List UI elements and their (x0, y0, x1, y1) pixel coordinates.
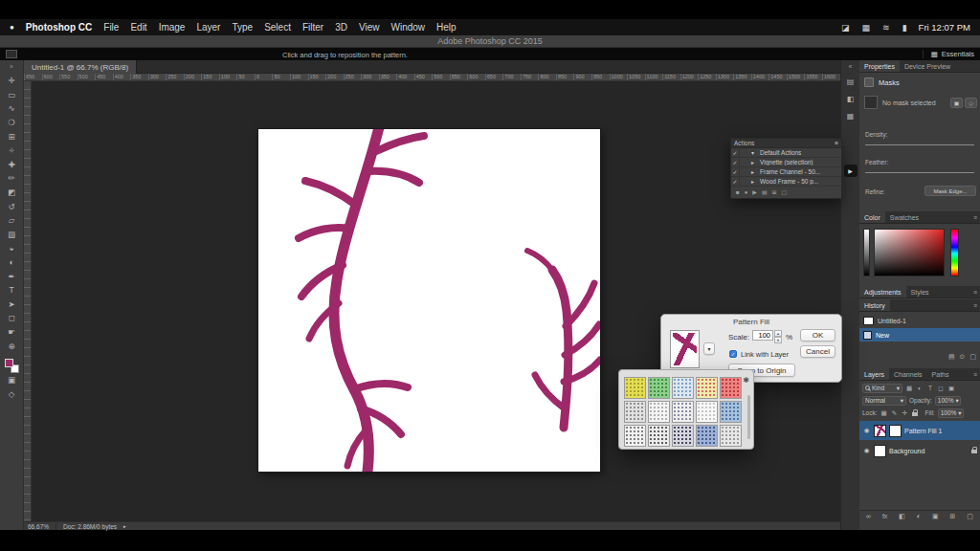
density-slider[interactable] (865, 144, 974, 145)
pattern-swatch-10[interactable] (720, 401, 742, 423)
menu-image[interactable]: Image (159, 22, 186, 33)
menu-filter[interactable]: Filter (302, 22, 323, 33)
menubar-clock[interactable]: Fri 12:07 PM (919, 22, 970, 33)
dock-panel-icon-2[interactable]: ◧ (845, 94, 857, 104)
adjustments-panel-menu-icon[interactable]: ≡ (973, 289, 977, 296)
layers-panel-menu-icon[interactable]: ≡ (973, 371, 977, 378)
tab-adjustments[interactable]: Adjustments (859, 286, 906, 298)
opacity-select[interactable]: 100% ▾ (935, 396, 961, 406)
quick-selection-tool[interactable]: ❍ (0, 116, 24, 130)
new-layer-icon[interactable]: ⊞ (950, 513, 956, 520)
gear-icon[interactable]: ✱ (743, 376, 749, 385)
pattern-swatch-15[interactable] (720, 425, 742, 447)
expand-triangle-icon[interactable]: ▾ (748, 148, 757, 158)
menu-view[interactable]: View (359, 22, 380, 33)
mask-edge-button[interactable]: Mask Edge... (924, 186, 976, 196)
tab-layers[interactable]: Layers (859, 368, 889, 380)
layer-visibility-icon[interactable]: ◉ (862, 447, 871, 454)
dock-expand-chevron-icon[interactable]: « (849, 63, 853, 70)
action-wood-frame[interactable]: ✓ ▸ Wood Frame - 50 p... (731, 177, 841, 187)
add-vector-mask-button[interactable]: ◇ (965, 98, 977, 108)
lock-move-icon[interactable]: ✛ (902, 409, 909, 417)
clone-stamp-tool[interactable]: ◩ (0, 186, 24, 200)
pattern-swatch-1[interactable] (624, 377, 646, 399)
pattern-swatch-9[interactable] (696, 401, 718, 423)
tab-device-preview[interactable]: Device Preview (900, 60, 955, 72)
new-adjustment-layer-icon[interactable]: ◐ (917, 513, 921, 519)
stop-action-icon[interactable]: ■ (736, 189, 740, 195)
rectangle-shape-tool[interactable]: ◻ (0, 311, 24, 325)
dodge-tool[interactable]: ◐ (0, 255, 24, 270)
zoom-tool[interactable]: ⊕ (0, 339, 24, 353)
lock-all-icon[interactable] (912, 412, 918, 416)
history-panel-menu-icon[interactable]: ≡ (973, 302, 977, 309)
tab-swatches[interactable]: Swatches (885, 211, 924, 223)
menu-app-name[interactable]: Photoshop CC (26, 22, 92, 33)
rectangular-marquee-tool[interactable]: ▭ (0, 88, 24, 102)
action-enabled-check-icon[interactable]: ✓ (731, 148, 740, 158)
pattern-preview-well[interactable] (670, 330, 700, 368)
blur-tool[interactable]: ◒ (0, 241, 24, 255)
stepper-down-icon[interactable]: ▾ (774, 337, 782, 343)
scale-stepper[interactable]: ▴ ▾ (774, 330, 782, 341)
pattern-swatch-7[interactable] (648, 401, 670, 423)
pattern-swatch-6[interactable] (624, 401, 646, 423)
pattern-fill-thumbnail[interactable] (874, 425, 886, 437)
expand-triangle-icon[interactable]: ▸ (748, 158, 757, 167)
new-document-from-state-icon[interactable]: ▤ (948, 353, 955, 361)
color-saturation-square[interactable] (874, 229, 945, 276)
menu-help[interactable]: Help (436, 22, 457, 33)
toolbar-collapse-chevron-icon[interactable]: » (10, 60, 13, 73)
background-thumbnail[interactable] (874, 445, 886, 457)
vertical-ruler[interactable] (24, 81, 32, 521)
menu-type[interactable]: Type (232, 22, 253, 33)
add-pixel-mask-button[interactable]: ▣ (950, 98, 963, 108)
delete-action-icon[interactable]: ▢ (782, 188, 788, 195)
pattern-swatch-11[interactable] (624, 425, 646, 447)
eyedropper-tool[interactable]: ✧ (0, 143, 24, 158)
hue-slider[interactable] (950, 229, 959, 276)
menubar-status-icon-3[interactable]: ≋ (882, 23, 890, 33)
pattern-picker-open-button[interactable]: ▾ (703, 342, 715, 355)
new-group-icon[interactable]: ▣ (932, 513, 939, 520)
quick-mask-button[interactable]: ▣ (0, 373, 24, 387)
lock-transparency-icon[interactable]: ▦ (880, 409, 888, 417)
tab-properties[interactable]: Properties (859, 60, 900, 72)
path-selection-tool[interactable]: ➤ (0, 298, 24, 312)
stepper-up-icon[interactable]: ▴ (774, 330, 782, 337)
link-with-layer-checkbox[interactable]: ✓ (729, 350, 737, 358)
action-set-default-actions[interactable]: ✓ ▾ Default Actions (731, 148, 841, 158)
scale-input[interactable] (752, 330, 773, 341)
document-tab[interactable]: Untitled-1 @ 66.7% (RGB/8) (24, 60, 137, 74)
hand-tool[interactable]: ☛ (0, 325, 24, 340)
zoom-level-field[interactable]: 66.67% (28, 523, 49, 530)
delete-state-icon[interactable]: ▢ (969, 353, 976, 361)
layer-effects-icon[interactable]: fx (882, 513, 887, 519)
pattern-swatch-14[interactable] (696, 425, 718, 447)
filter-kind-select[interactable]: Kind ▾ (862, 384, 902, 393)
layer-row-pattern-fill[interactable]: ◉ Pattern Fill 1 (859, 421, 980, 440)
action-frame-channel[interactable]: ✓ ▸ Frame Channel - 50... (731, 167, 841, 177)
fill-select[interactable]: 100% ▾ (938, 408, 964, 418)
filter-smart-objects-icon[interactable]: ▣ (947, 385, 955, 392)
action-vignette[interactable]: ✓ ▸ Vignette (selection) (731, 158, 841, 167)
crop-tool[interactable]: ⊞ (0, 129, 24, 143)
link-layers-icon[interactable]: ∞ (866, 513, 871, 519)
tab-styles[interactable]: Styles (906, 286, 934, 298)
pattern-swatch-5[interactable] (720, 377, 742, 399)
workspace-switcher[interactable]: ▦ Essentials (923, 50, 974, 58)
pattern-swatch-8[interactable] (672, 401, 694, 423)
history-state-untitled[interactable]: Untitled-1 (859, 314, 980, 327)
actions-dock-play-icon[interactable]: ▶ (844, 165, 858, 177)
tab-channels[interactable]: Channels (889, 368, 927, 380)
cancel-button[interactable]: Cancel (800, 345, 835, 358)
record-action-icon[interactable]: ● (745, 189, 748, 195)
layer-visibility-icon[interactable]: ◉ (862, 427, 871, 434)
apple-logo-icon[interactable]: ● (10, 23, 14, 32)
screen-mode-button[interactable]: ◇ (0, 386, 24, 401)
delete-layer-icon[interactable]: ▢ (967, 513, 973, 520)
new-snapshot-icon[interactable]: ⊙ (960, 353, 966, 361)
menu-window[interactable]: Window (390, 22, 425, 33)
menu-3d[interactable]: 3D (335, 22, 347, 33)
color-value-ramp[interactable] (863, 229, 870, 276)
